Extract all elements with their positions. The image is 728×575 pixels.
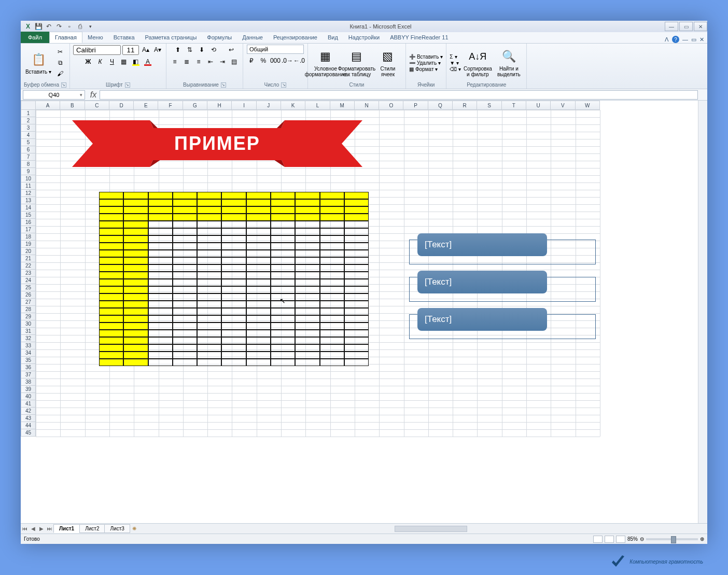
table-cell[interactable] xyxy=(246,221,271,228)
file-tab[interactable]: Файл xyxy=(21,32,49,43)
table-cell[interactable] xyxy=(246,286,271,293)
row-header[interactable]: 1 xyxy=(21,110,36,117)
smartart-shape[interactable]: [Текст] xyxy=(409,277,596,302)
table-cell[interactable] xyxy=(344,293,369,301)
table-cell[interactable] xyxy=(221,199,246,206)
table-cell[interactable] xyxy=(344,264,369,272)
table-cell[interactable] xyxy=(271,243,295,250)
table-cell[interactable] xyxy=(173,352,197,359)
table-cell[interactable] xyxy=(271,250,295,257)
row-header[interactable]: 14 xyxy=(21,204,36,212)
table-cell[interactable] xyxy=(295,206,319,214)
column-header[interactable]: C xyxy=(85,101,109,110)
row-header[interactable]: 5 xyxy=(21,139,36,146)
table-cell[interactable] xyxy=(123,250,148,257)
table-cell[interactable] xyxy=(221,264,246,272)
table-cell[interactable] xyxy=(197,286,221,293)
row-header[interactable]: 38 xyxy=(21,378,36,386)
save-icon[interactable]: 💾 xyxy=(34,22,43,31)
table-cell[interactable] xyxy=(344,359,369,366)
table-cell[interactable] xyxy=(221,279,246,286)
name-box[interactable]: Q40 xyxy=(23,90,85,100)
table-cell[interactable] xyxy=(123,322,148,330)
table-cell[interactable] xyxy=(344,330,369,337)
row-header[interactable]: 7 xyxy=(21,153,36,161)
table-cell[interactable] xyxy=(197,330,221,337)
table-cell[interactable] xyxy=(320,206,344,214)
table-cell[interactable] xyxy=(148,330,173,337)
table-cell[interactable] xyxy=(221,352,246,359)
ribbon-tab-2[interactable]: Вставка xyxy=(108,32,140,43)
table-cell[interactable] xyxy=(221,293,246,301)
page-layout-view-icon[interactable] xyxy=(605,536,614,543)
table-cell[interactable] xyxy=(99,286,123,293)
table-cell[interactable] xyxy=(148,192,173,199)
table-cell[interactable] xyxy=(197,293,221,301)
row-header[interactable]: 22 xyxy=(21,262,36,270)
table-cell[interactable] xyxy=(271,352,295,359)
table-cell[interactable] xyxy=(221,330,246,337)
table-cell[interactable] xyxy=(99,243,123,250)
table-cell[interactable] xyxy=(295,228,319,235)
fx-icon[interactable]: fx xyxy=(87,90,100,100)
table-cell[interactable] xyxy=(173,250,197,257)
row-header[interactable]: 25 xyxy=(21,284,36,291)
table-cell[interactable] xyxy=(320,214,344,221)
column-header[interactable]: M xyxy=(330,101,355,110)
table-cell[interactable] xyxy=(271,257,295,264)
ribbon-minimize-icon[interactable]: ᐱ xyxy=(665,36,669,43)
table-cell[interactable] xyxy=(197,235,221,243)
table-cell[interactable] xyxy=(295,293,319,301)
row-header[interactable]: 21 xyxy=(21,255,36,262)
dialog-launcher-icon[interactable]: ↘ xyxy=(221,82,226,88)
table-cell[interactable] xyxy=(295,272,319,279)
table-cell[interactable] xyxy=(221,221,246,228)
table-cell[interactable] xyxy=(320,359,344,366)
table-cell[interactable] xyxy=(295,301,319,308)
row-header[interactable]: 13 xyxy=(21,197,36,204)
font-size-combo[interactable] xyxy=(122,45,139,55)
table-cell[interactable] xyxy=(173,308,197,315)
table-cell[interactable] xyxy=(295,221,319,228)
table-cell[interactable] xyxy=(173,228,197,235)
table-cell[interactable] xyxy=(99,214,123,221)
table-cell[interactable] xyxy=(123,293,148,301)
table-cell[interactable] xyxy=(344,308,369,315)
table-cell[interactable] xyxy=(295,199,319,206)
table-cell[interactable] xyxy=(148,250,173,257)
sheet-nav-next-icon[interactable]: ▶ xyxy=(37,526,46,531)
table-cell[interactable] xyxy=(344,221,369,228)
sheet-nav-prev-icon[interactable]: ◀ xyxy=(29,526,37,531)
table-cell[interactable] xyxy=(344,344,369,352)
table-cell[interactable] xyxy=(246,322,271,330)
table-cell[interactable] xyxy=(295,264,319,272)
table-cell[interactable] xyxy=(197,192,221,199)
smartart-shape[interactable]: [Текст] xyxy=(409,240,596,264)
zoom-out-icon[interactable]: ⊖ xyxy=(640,536,644,542)
decrease-indent-icon[interactable]: ⇤ xyxy=(205,57,216,67)
table-cell[interactable] xyxy=(148,337,173,344)
table-cell[interactable] xyxy=(344,337,369,344)
table-cell[interactable] xyxy=(99,330,123,337)
table-cell[interactable] xyxy=(221,228,246,235)
percent-icon[interactable]: % xyxy=(258,55,269,66)
row-header[interactable]: 6 xyxy=(21,146,36,153)
table-cell[interactable] xyxy=(148,352,173,359)
row-header[interactable]: 15 xyxy=(21,212,36,219)
table-cell[interactable] xyxy=(123,221,148,228)
increase-indent-icon[interactable]: ⇥ xyxy=(217,57,228,67)
borders-icon[interactable]: ▦ xyxy=(119,57,129,67)
table-cell[interactable] xyxy=(197,264,221,272)
table-cell[interactable] xyxy=(271,272,295,279)
column-header[interactable]: L xyxy=(305,101,330,110)
table-cell[interactable] xyxy=(197,359,221,366)
ribbon-tab-9[interactable]: ABBYY FineReader 11 xyxy=(385,32,453,43)
ribbon-tab-8[interactable]: Надстройки xyxy=(343,32,385,43)
table-cell[interactable] xyxy=(344,272,369,279)
ribbon-banner-shape[interactable]: ПРИМЕР xyxy=(72,115,362,172)
table-cell[interactable] xyxy=(99,337,123,344)
table-cell[interactable] xyxy=(148,359,173,366)
table-cell[interactable] xyxy=(271,235,295,243)
table-cell[interactable] xyxy=(295,344,319,352)
table-cell[interactable] xyxy=(99,272,123,279)
